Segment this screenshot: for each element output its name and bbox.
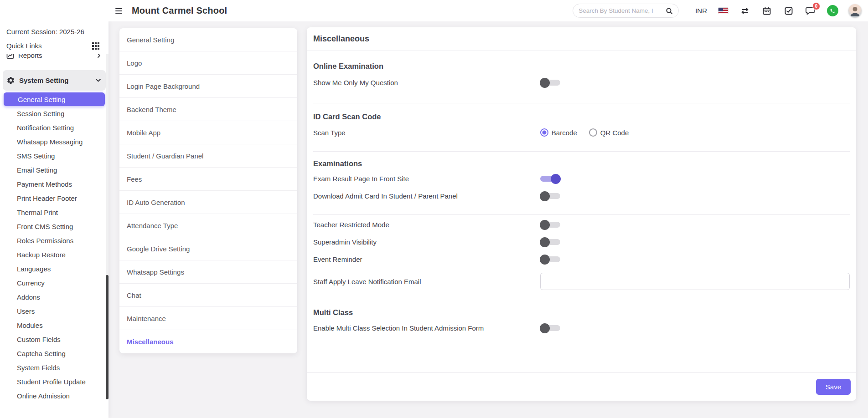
barcode-radio-option[interactable]: Barcode <box>540 128 577 137</box>
save-button[interactable]: Save <box>816 379 851 395</box>
superadmin-visibility-toggle[interactable] <box>540 239 560 245</box>
setting-row: Superadmin Visibility <box>313 238 850 246</box>
chat-badge: 0 <box>812 2 820 10</box>
sidebar-item-thermal-print[interactable]: Thermal Print <box>3 205 106 219</box>
global-search[interactable] <box>573 4 679 18</box>
sidebar-menu: Reports System Setting General Setting S… <box>0 54 108 399</box>
settings-tab-attendance-type[interactable]: Attendance Type <box>119 214 297 237</box>
sidebar-item-captcha-setting[interactable]: Captcha Setting <box>3 347 106 361</box>
sidebar-item-reports[interactable]: Reports <box>3 54 106 64</box>
sidebar-item-email-setting[interactable]: Email Setting <box>3 163 106 177</box>
sidebar-item-online-admission[interactable]: Online Admission <box>3 389 106 399</box>
sidebar-item-print-header-footer[interactable]: Print Header Footer <box>3 191 106 205</box>
section-divider <box>313 151 850 152</box>
show-me-only-my-question-label: Show Me Only My Question <box>313 79 540 87</box>
staff-leave-email-input[interactable] <box>540 273 850 290</box>
sidebar-item-users[interactable]: Users <box>3 304 106 318</box>
show-me-only-my-question-toggle[interactable] <box>540 80 560 86</box>
settings-tab-login-page-background[interactable]: Login Page Background <box>119 75 297 98</box>
setting-row: Teacher Restricted Mode <box>313 221 850 229</box>
header-actions: INR <box>573 4 862 18</box>
event-reminder-toggle[interactable] <box>540 256 560 262</box>
settings-tab-maintenance[interactable]: Maintenance <box>119 307 297 330</box>
session-swap-icon[interactable] <box>739 5 751 17</box>
search-icon[interactable] <box>666 7 673 15</box>
reports-icon <box>6 54 14 59</box>
sidebar-item-currency[interactable]: Currency <box>3 276 106 290</box>
section-id-card-scan-code: ID Card Scan Code <box>313 112 850 121</box>
chat-icon[interactable]: 0 <box>805 5 816 17</box>
scan-type-radio-group: Barcode QR Code <box>540 128 629 137</box>
sidebar-item-session-setting[interactable]: Session Setting <box>3 107 106 121</box>
settings-tab-student-guardian-panel[interactable]: Student / Guardian Panel <box>119 144 297 168</box>
quick-links-grid-icon[interactable] <box>92 42 99 50</box>
settings-tab-miscellaneous[interactable]: Miscellaneous <box>119 330 297 353</box>
panel-body: Online Examination Show Me Only My Quest… <box>307 51 856 372</box>
settings-tab-mobile-app[interactable]: Mobile App <box>119 121 297 144</box>
teacher-restricted-mode-toggle[interactable] <box>540 222 560 228</box>
setting-row: Scan Type Barcode QR Code <box>313 128 850 137</box>
whatsapp-icon[interactable] <box>827 5 838 17</box>
settings-tab-google-drive-setting[interactable]: Google Drive Setting <box>119 237 297 260</box>
sidebar-item-system-setting[interactable]: System Setting <box>3 70 106 91</box>
exam-result-page-label: Exam Result Page In Front Site <box>313 175 540 183</box>
user-avatar[interactable] <box>848 4 862 17</box>
section-divider <box>313 214 850 215</box>
settings-tab-general-setting[interactable]: General Setting <box>119 28 297 51</box>
section-divider <box>313 304 850 304</box>
sidebar-item-label: System Setting <box>19 76 91 84</box>
sidebar-item-sms-setting[interactable]: SMS Setting <box>3 149 106 163</box>
search-input[interactable] <box>579 7 666 14</box>
qr-code-radio[interactable] <box>589 128 597 137</box>
sidebar-item-system-fields[interactable]: System Fields <box>3 361 106 375</box>
school-title: Mount Carmel School <box>132 5 227 16</box>
settings-tab-id-auto-generation[interactable]: ID Auto Generation <box>119 191 297 214</box>
qr-code-radio-option[interactable]: QR Code <box>589 128 629 137</box>
settings-tab-whatsapp-settings[interactable]: Whatsapp Settings <box>119 260 297 284</box>
sidebar-item-notification-setting[interactable]: Notification Setting <box>3 121 106 135</box>
sidebar-item-modules[interactable]: Modules <box>3 318 106 332</box>
sidebar-item-languages[interactable]: Languages <box>3 262 106 276</box>
sidebar-item-label: Reports <box>18 54 93 59</box>
chevron-right-icon <box>97 54 101 58</box>
sidebar-item-backup-restore[interactable]: Backup Restore <box>3 248 106 262</box>
section-divider <box>313 103 850 103</box>
language-flag-icon[interactable] <box>717 5 729 17</box>
settings-tab-backend-theme[interactable]: Backend Theme <box>119 98 297 121</box>
download-admit-card-toggle[interactable] <box>540 193 560 199</box>
settings-tab-fees[interactable]: Fees <box>119 168 297 191</box>
miscellaneous-panel: Miscellaneous Online Examination Show Me… <box>307 27 856 401</box>
superadmin-visibility-label: Superadmin Visibility <box>313 238 540 246</box>
sidebar-item-payment-methods[interactable]: Payment Methods <box>3 177 106 191</box>
qr-code-radio-label: QR Code <box>600 129 629 137</box>
settings-tab-logo[interactable]: Logo <box>119 51 297 75</box>
enable-multi-class-toggle[interactable] <box>540 325 560 331</box>
current-session-label: Current Session: 2025-26 <box>0 25 108 36</box>
calendar-icon[interactable] <box>761 5 773 17</box>
section-examinations: Examinations <box>313 159 850 168</box>
sidebar-item-front-cms-setting[interactable]: Front CMS Setting <box>3 219 106 234</box>
system-setting-submenu: General Setting Session Setting Notifica… <box>3 92 106 399</box>
barcode-radio[interactable] <box>540 128 548 137</box>
settings-tab-chat[interactable]: Chat <box>119 284 297 307</box>
tasks-icon[interactable] <box>783 5 795 17</box>
sidebar-item-student-profile-update[interactable]: Student Profile Update <box>3 375 106 389</box>
sidebar-item-addons[interactable]: Addons <box>3 290 106 304</box>
setting-row: Staff Apply Leave Notification Email <box>313 273 850 290</box>
setting-row: Exam Result Page In Front Site <box>313 175 850 183</box>
sidebar-item-whatsapp-messaging[interactable]: Whatsapp Messaging <box>3 135 106 149</box>
section-online-examination: Online Examination <box>313 62 850 71</box>
sidebar-scrollbar-thumb[interactable] <box>106 275 108 399</box>
exam-result-page-toggle[interactable] <box>540 176 560 182</box>
main-sidebar: Current Session: 2025-26 Quick Links Rep… <box>0 21 108 418</box>
chevron-down-icon <box>95 78 101 82</box>
currency-label[interactable]: INR <box>695 7 707 15</box>
quick-links-row: Quick Links <box>0 36 108 54</box>
sidebar-item-general-setting[interactable]: General Setting <box>4 92 105 106</box>
top-header: Mount Carmel School INR <box>0 0 868 21</box>
menu-toggle-icon[interactable] <box>115 6 124 15</box>
setting-row: Enable Multi Class Selection In Student … <box>313 324 850 332</box>
staff-leave-email-label: Staff Apply Leave Notification Email <box>313 278 540 285</box>
sidebar-item-roles-permissions[interactable]: Roles Permissions <box>3 234 106 248</box>
sidebar-item-custom-fields[interactable]: Custom Fields <box>3 332 106 347</box>
